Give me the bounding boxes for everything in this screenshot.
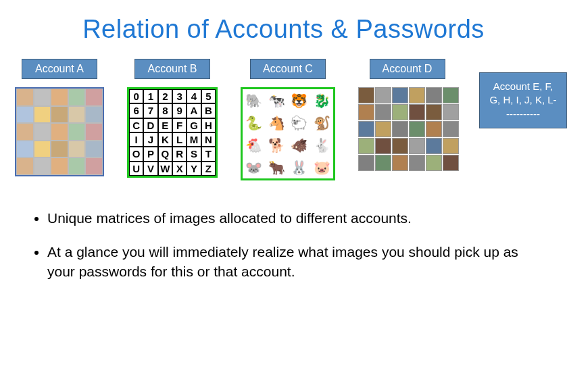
char-cell: 1	[143, 89, 157, 103]
photo-cell	[85, 123, 103, 141]
photo-cell	[68, 157, 86, 175]
animal-icon: 🐘	[243, 89, 266, 112]
char-cell: 8	[158, 103, 172, 118]
thumb-cell	[392, 104, 408, 120]
thumb-cell	[392, 155, 408, 171]
char-cell: P	[143, 147, 157, 161]
animal-icon: 🐔	[243, 134, 266, 156]
animal-icon: 🐯	[288, 89, 311, 112]
char-cell: V	[143, 162, 157, 176]
photo-cell	[16, 89, 34, 106]
thumb-cell	[375, 104, 391, 120]
account-b-label: Account B	[134, 59, 210, 79]
thumb-cell	[409, 104, 425, 120]
char-cell: C	[129, 118, 143, 132]
char-cell: R	[172, 147, 187, 161]
account-c-column: Account C 🐘🐄🐯🐉🐍🐴🐑🐒🐔🐕🐗🐇🐭🐂🐰🐷	[241, 59, 335, 180]
thumb-cell	[409, 121, 425, 137]
char-cell: X	[172, 162, 187, 176]
photo-cell	[68, 141, 86, 158]
photo-cell	[16, 123, 34, 141]
char-cell: K	[158, 132, 172, 147]
photo-cell	[51, 106, 68, 124]
account-e-box: Account E, F, G, H, I, J, K, L----------…	[479, 72, 567, 128]
char-cell: 0	[129, 89, 143, 103]
animal-icon: 🐰	[288, 156, 311, 178]
char-cell: U	[129, 162, 143, 176]
char-cell: N	[201, 132, 216, 147]
thumb-cell	[392, 138, 408, 154]
photo-cell	[85, 157, 103, 175]
animal-icon: 🐭	[243, 156, 266, 178]
thumb-cell	[426, 121, 442, 137]
char-cell: H	[201, 118, 216, 132]
char-cell: O	[129, 147, 143, 161]
slide-title: Relation of Accounts & Passwords	[0, 0, 567, 59]
char-cell: 7	[143, 103, 157, 118]
animal-icon: 🐒	[311, 112, 334, 134]
thumb-cell	[409, 155, 425, 171]
thumb-cell	[392, 87, 408, 103]
thumb-cell	[443, 155, 459, 171]
thumb-cell	[426, 87, 442, 103]
account-c-label: Account C	[250, 59, 326, 79]
char-cell: S	[187, 147, 201, 161]
account-a-matrix	[15, 87, 104, 176]
char-cell: B	[201, 103, 216, 118]
animal-icon: 🐷	[311, 156, 334, 178]
thumb-cell	[443, 87, 459, 103]
thumb-cell	[358, 104, 374, 120]
char-cell: G	[187, 118, 201, 132]
char-cell: F	[172, 118, 187, 132]
thumb-cell	[375, 138, 391, 154]
thumb-cell	[358, 87, 374, 103]
photo-cell	[16, 141, 34, 158]
photo-cell	[68, 123, 86, 141]
char-cell: Q	[158, 147, 172, 161]
photo-cell	[51, 123, 68, 141]
char-cell: A	[187, 103, 201, 118]
photo-cell	[16, 106, 34, 124]
account-b-column: Account B 0123456789ABCDEFGHIJKLMNOPQRST…	[127, 59, 218, 178]
thumb-cell	[409, 138, 425, 154]
thumb-cell	[358, 121, 374, 137]
account-a-column: Account A	[15, 59, 104, 176]
char-cell: 6	[129, 103, 143, 118]
account-c-matrix: 🐘🐄🐯🐉🐍🐴🐑🐒🐔🐕🐗🐇🐭🐂🐰🐷	[241, 87, 335, 180]
char-cell: Y	[187, 162, 201, 176]
char-cell: W	[158, 162, 172, 176]
thumb-cell	[443, 121, 459, 137]
char-cell: J	[143, 132, 157, 147]
photo-cell	[34, 89, 51, 106]
photo-cell	[34, 157, 51, 175]
animal-icon: 🐴	[266, 112, 289, 134]
char-cell: T	[201, 147, 216, 161]
char-cell: 2	[158, 89, 172, 103]
accounts-row: Account A Account B 0123456789ABCDEFGHIJ…	[0, 59, 567, 180]
photo-cell	[51, 141, 68, 158]
thumb-cell	[375, 121, 391, 137]
animal-icon: 🐑	[288, 112, 311, 134]
photo-cell	[51, 89, 68, 106]
animal-icon: 🐕	[266, 134, 289, 156]
thumb-cell	[358, 138, 374, 154]
photo-cell	[68, 106, 86, 124]
thumb-cell	[426, 138, 442, 154]
char-cell: E	[158, 118, 172, 132]
bullet-1: Unique matrices of images allocated to d…	[47, 209, 536, 228]
thumb-cell	[426, 104, 442, 120]
char-cell: 4	[187, 89, 201, 103]
thumb-cell	[426, 155, 442, 171]
account-d-label: Account D	[370, 59, 445, 79]
thumb-cell	[375, 155, 391, 171]
photo-cell	[51, 157, 68, 175]
thumb-cell	[443, 138, 459, 154]
animal-icon: 🐗	[288, 134, 311, 156]
account-b-matrix: 0123456789ABCDEFGHIJKLMNOPQRSTUVWXYZ	[127, 87, 218, 178]
char-cell: I	[129, 132, 143, 147]
photo-cell	[34, 123, 51, 141]
photo-cell	[16, 157, 34, 175]
animal-icon: 🐄	[266, 89, 289, 112]
thumb-cell	[409, 87, 425, 103]
char-cell: D	[143, 118, 157, 132]
